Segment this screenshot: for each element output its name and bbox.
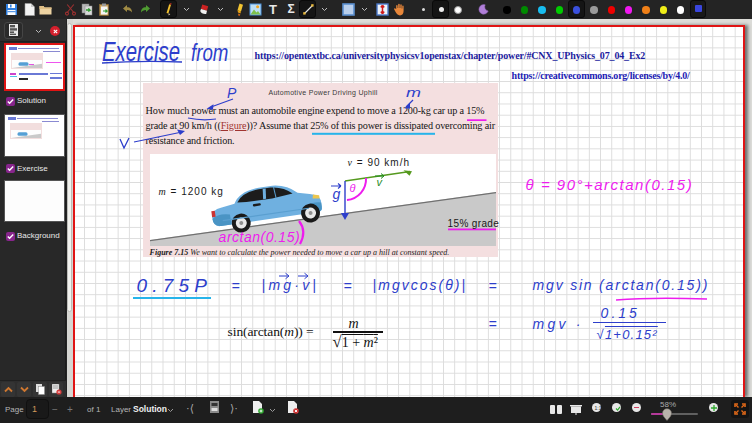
svg-text:P: P xyxy=(227,85,237,101)
svg-text:m: m xyxy=(406,85,421,100)
